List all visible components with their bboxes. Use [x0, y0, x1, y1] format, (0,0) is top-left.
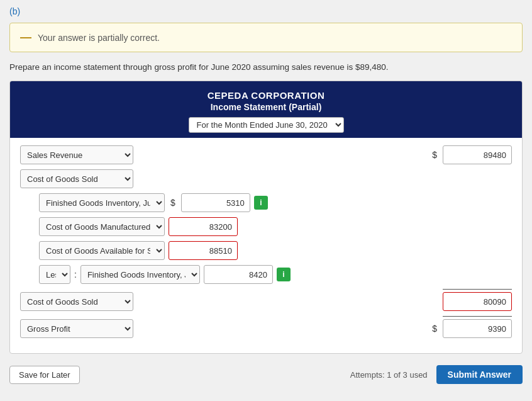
- coga-input[interactable]: [169, 241, 238, 260]
- fg-inv-june1-dollar: $: [169, 198, 177, 208]
- fg-inv-june1-select[interactable]: Finished Goods Inventory, June 1: [39, 193, 165, 212]
- date-select-wrapper[interactable]: For the Month Ended June 30, 2020: [16, 117, 516, 133]
- submit-button[interactable]: Submit Answer: [436, 365, 523, 384]
- save-button[interactable]: Save for Later: [9, 366, 80, 384]
- less-fg-june30-row: Less : Finished Goods Inventory, June 30…: [39, 265, 512, 284]
- cogs-total-select[interactable]: Cost of Goods Sold: [20, 292, 133, 311]
- sales-revenue-select[interactable]: Sales Revenue: [20, 145, 133, 164]
- footer-bar: Save for Later Attempts: 1 of 3 used Sub…: [9, 365, 523, 384]
- fg-inv-june30-select[interactable]: Finished Goods Inventory, June 30: [80, 265, 200, 284]
- corp-name: CEPEDA CORPORATION: [16, 90, 516, 101]
- fg-inv-june30-input[interactable]: [204, 265, 273, 284]
- cogm-input[interactable]: [169, 217, 238, 236]
- coga-row: Cost of Goods Available for Sale: [39, 241, 512, 260]
- sales-revenue-dollar: $: [430, 150, 439, 160]
- coga-select[interactable]: Cost of Goods Available for Sale: [39, 241, 165, 260]
- gross-profit-dollar: $: [430, 324, 439, 334]
- section-label: (b): [9, 6, 523, 16]
- cogm-row: Cost of Goods Manufactured: [39, 217, 512, 236]
- stmt-type: Income Statement (Partial): [16, 102, 516, 112]
- alert-text: Your answer is partially correct.: [38, 33, 160, 43]
- alert-box: — Your answer is partially correct.: [9, 23, 523, 52]
- cogm-select[interactable]: Cost of Goods Manufactured: [39, 217, 165, 236]
- gross-profit-row: Gross Profit $: [20, 319, 512, 338]
- sales-revenue-row: Sales Revenue $: [20, 145, 512, 164]
- cogs-header-row: Cost of Goods Sold: [20, 169, 512, 188]
- cogs-total-row: Cost of Goods Sold: [20, 292, 512, 311]
- instructions: Prepare an income statement through gros…: [9, 62, 523, 72]
- colon: :: [74, 269, 77, 280]
- fg-inv-june30-info[interactable]: i: [277, 268, 291, 281]
- fg-inv-june1-row: Finished Goods Inventory, June 1 $ i: [39, 193, 512, 212]
- fg-inv-june1-info[interactable]: i: [254, 196, 268, 210]
- less-select[interactable]: Less: [39, 265, 70, 284]
- cogs-total-input[interactable]: [443, 292, 512, 311]
- date-select[interactable]: For the Month Ended June 30, 2020: [189, 117, 344, 133]
- sales-revenue-input[interactable]: [443, 145, 512, 164]
- gross-profit-input[interactable]: [443, 319, 512, 338]
- card-body: Sales Revenue $ Cost of Goods Sold Finis…: [10, 138, 522, 353]
- gross-profit-select[interactable]: Gross Profit: [20, 319, 133, 338]
- page-wrapper: (b) — Your answer is partially correct. …: [0, 0, 532, 401]
- attempts-text: Attempts: 1 of 3 used: [350, 370, 428, 380]
- cogs-header-select[interactable]: Cost of Goods Sold: [20, 169, 133, 188]
- card-header: CEPEDA CORPORATION Income Statement (Par…: [10, 81, 522, 138]
- fg-inv-june1-input[interactable]: [181, 193, 250, 212]
- statement-card: CEPEDA CORPORATION Income Statement (Par…: [9, 81, 523, 354]
- alert-icon: —: [20, 31, 31, 44]
